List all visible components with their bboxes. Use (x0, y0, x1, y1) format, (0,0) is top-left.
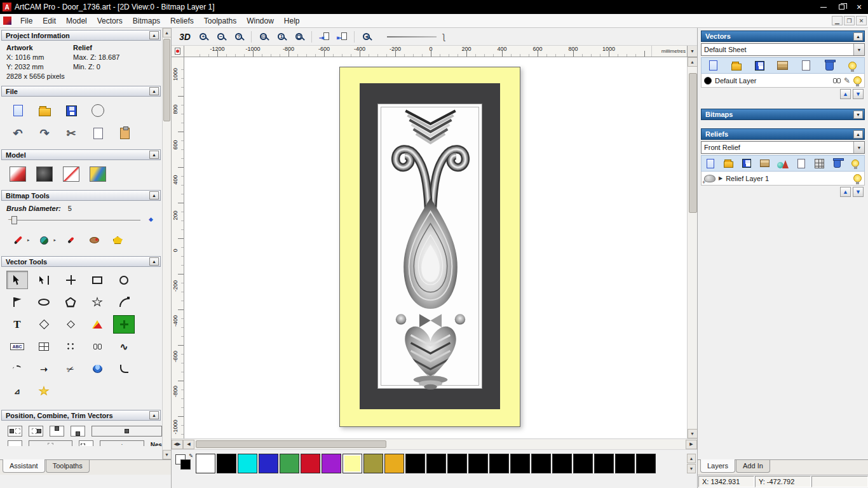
stroke-preview[interactable]: ʃ (387, 32, 445, 41)
relief-layer-expander[interactable]: ▶ (719, 175, 722, 181)
zoom-out-button[interactable]: − (214, 30, 229, 44)
align-left-tool[interactable] (8, 426, 22, 437)
scroll-up-button[interactable]: ▲ (163, 28, 172, 37)
palette-scroll-up-button[interactable]: ▲ (687, 454, 696, 463)
save-relief-icon[interactable] (740, 157, 753, 170)
collapse-reliefs-button[interactable]: ▲ (853, 130, 863, 139)
canvas-scroll-left-button[interactable]: ◀ (183, 440, 194, 449)
palette-swatch[interactable] (196, 454, 215, 473)
move-relief-up-button[interactable]: ▲ (840, 187, 851, 197)
move-layer-down-button[interactable]: ▼ (853, 89, 864, 99)
spin-vectors-tool[interactable] (86, 360, 108, 378)
texture-relief-icon[interactable] (89, 165, 107, 183)
btn-3d[interactable]: 3D (177, 30, 193, 44)
palette-swatch[interactable] (510, 454, 530, 473)
paint-selective-icon[interactable] (62, 231, 79, 249)
tab-layers[interactable]: Layers (700, 459, 735, 473)
node-editing-tool[interactable] (33, 271, 55, 289)
cut-icon[interactable]: ✂ (62, 125, 80, 142)
units-dropdown[interactable]: ▼ (687, 46, 697, 57)
palette-swatch[interactable] (552, 454, 572, 473)
make-grid-tool[interactable] (33, 337, 55, 356)
redo-icon[interactable]: ↷ (36, 125, 53, 142)
fit-curve-tool[interactable]: ∿ (113, 337, 135, 356)
undo-icon[interactable]: ↶ (9, 125, 27, 142)
vector-layer-name[interactable]: Default Layer (715, 77, 830, 85)
relief-3d-icon[interactable] (776, 157, 789, 170)
palette-swatch[interactable] (594, 454, 614, 473)
move-layer-up-button[interactable]: ▲ (840, 89, 851, 99)
palette-swatch[interactable] (447, 454, 467, 473)
zoom-page-button[interactable] (292, 30, 307, 44)
fillet-vectors-tool[interactable] (113, 360, 135, 378)
delete-relief-layer-icon[interactable] (831, 157, 844, 170)
move-relief-down-button[interactable]: ▼ (853, 187, 864, 197)
close-button[interactable]: × (850, 1, 868, 13)
menu-model[interactable]: Model (61, 15, 92, 27)
menu-toolpaths[interactable]: Toolpaths (199, 15, 241, 27)
merge-layers-icon[interactable] (776, 59, 789, 72)
brush-diameter-slider[interactable]: ⊣ ◆ (8, 215, 154, 225)
measure-tool[interactable] (86, 337, 108, 356)
new-model-icon[interactable] (9, 102, 27, 119)
flood-fill-icon[interactable] (36, 231, 53, 249)
align-bottom-tool[interactable] (71, 426, 85, 437)
lock-layer-icon[interactable] (833, 78, 841, 83)
palette-swatch[interactable] (384, 454, 404, 473)
save-model-icon[interactable] (62, 102, 80, 119)
join-vectors-tool[interactable] (6, 360, 28, 378)
merge-relief-icon[interactable] (759, 157, 771, 170)
paste-along-curve-tool[interactable] (113, 315, 135, 334)
menu-vectors[interactable]: Vectors (92, 15, 128, 27)
palette-swatch[interactable] (636, 454, 656, 473)
palette-swatch[interactable] (468, 454, 488, 473)
colour-palette-icon[interactable] (85, 231, 103, 249)
import-model-icon[interactable] (89, 102, 107, 119)
relief-visibility-icon[interactable] (853, 174, 862, 182)
trim-vectors-tool[interactable]: ✂ (60, 360, 81, 378)
transform-vectors-tool[interactable] (60, 271, 81, 289)
drawing-canvas[interactable] (184, 57, 687, 438)
create-ellipse2-tool[interactable] (33, 293, 55, 311)
distort-vectors-tool[interactable] (86, 315, 108, 334)
palette-swatch[interactable] (615, 454, 635, 473)
align-top-tool[interactable] (50, 426, 64, 437)
sheet-selector[interactable]: Default Sheet ▼ (701, 43, 865, 56)
create-text-tool[interactable]: T (6, 315, 28, 334)
paint-icon[interactable] (9, 231, 27, 249)
material-sheet[interactable] (339, 67, 520, 427)
delete-layer-icon[interactable] (823, 59, 836, 72)
palette-swatch[interactable] (259, 454, 278, 473)
view-previous-button[interactable]: ⇥ (316, 30, 332, 44)
mdi-close-button[interactable]: ✕ (856, 16, 867, 25)
layer-colour-swatch[interactable] (704, 77, 712, 85)
mdi-minimize-button[interactable]: ▁ (832, 16, 843, 25)
palette-swatch[interactable] (405, 454, 425, 473)
mitre-vectors-tool[interactable] (33, 315, 55, 334)
create-arc-tool[interactable] (113, 293, 135, 311)
tab-assistant[interactable]: Assistant (3, 459, 45, 473)
toggle-relief-visibility-icon[interactable] (849, 157, 862, 170)
new-layer-icon[interactable] (800, 59, 813, 72)
assistant-scrollbar[interactable]: ▲ ▼ (162, 28, 171, 459)
scroll-thumb[interactable] (163, 39, 170, 121)
canvas-horizontal-scrollbar[interactable]: ◀▶ ◀ ▶ (172, 438, 697, 449)
palette-swatch[interactable] (238, 454, 257, 473)
zoom-in-button[interactable]: + (196, 30, 211, 44)
scatter-tool[interactable]: ∴ (100, 440, 144, 446)
zoom-box-button[interactable]: ▭ (256, 30, 271, 44)
new-relief-icon[interactable] (704, 157, 717, 170)
view-next-button[interactable]: ⇤ (334, 30, 349, 44)
minimize-button[interactable] (815, 1, 832, 13)
align-center-tool[interactable] (92, 426, 162, 437)
collapse-position-button[interactable]: ▲ (149, 411, 159, 419)
save-file-icon[interactable] (753, 59, 766, 72)
create-rectangle-tool[interactable] (86, 271, 108, 289)
collapse-project-info-button[interactable]: ▲ (149, 31, 159, 39)
mdi-restore-button[interactable]: ❐ (844, 16, 855, 25)
palette-swatch[interactable] (301, 454, 320, 473)
canvas-scroll-right-button[interactable]: ▶ (686, 440, 697, 449)
palette-swatch[interactable] (363, 454, 383, 473)
open-relief-icon[interactable] (722, 157, 735, 170)
slider-handle[interactable] (11, 216, 17, 224)
